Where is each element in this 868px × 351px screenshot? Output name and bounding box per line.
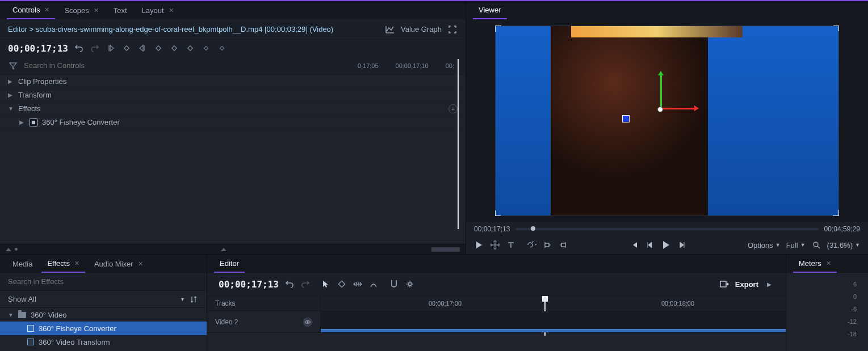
- controls-timecode[interactable]: 00;00;17;13: [8, 43, 68, 54]
- timeline-playhead[interactable]: [542, 296, 548, 302]
- tab-layout[interactable]: Layout✕: [136, 1, 179, 19]
- keyframe-next-icon[interactable]: [137, 43, 148, 53]
- tree-fisheye-converter[interactable]: ▶ 360° Fisheye Converter: [0, 116, 466, 129]
- keyframe-diamond-icon[interactable]: [121, 43, 132, 53]
- play-icon[interactable]: [474, 240, 484, 250]
- play-button[interactable]: [661, 240, 671, 250]
- scale-label: -18: [848, 331, 857, 337]
- rate-tool-icon[interactable]: [368, 279, 379, 289]
- sort-icon[interactable]: [188, 294, 199, 305]
- fx-category-label: 360° Video: [31, 311, 67, 319]
- redo-icon[interactable]: [90, 43, 100, 53]
- tab-audio-mixer[interactable]: Audio Mixer✕: [89, 255, 149, 273]
- close-icon[interactable]: ✕: [94, 7, 99, 14]
- controls-timecode-bar: 00;00;17;13: [0, 40, 466, 57]
- text-tool-icon[interactable]: [506, 240, 516, 250]
- video-clip[interactable]: [321, 329, 786, 332]
- add-effect-icon[interactable]: +: [448, 104, 458, 113]
- tab-scopes[interactable]: Scopes✕: [58, 1, 104, 19]
- quality-dropdown[interactable]: Full▼: [786, 241, 806, 249]
- selection-tool-icon[interactable]: [321, 279, 331, 289]
- gizmo-x-axis[interactable]: [660, 108, 694, 109]
- controls-search-input[interactable]: [24, 61, 352, 70]
- show-all-label: Show All: [8, 295, 36, 303]
- scrollbar-thumb[interactable]: [431, 247, 460, 252]
- ruler-tick: 00;: [446, 62, 454, 69]
- tab-meters[interactable]: Meters✕: [793, 255, 837, 273]
- tree-clip-properties[interactable]: ▶Clip Properties: [0, 75, 466, 88]
- fx-item-video-transform[interactable]: 360° Video Transform: [0, 335, 207, 349]
- mark-in-icon[interactable]: [542, 240, 552, 250]
- ruler-tick: 00;00;17;10: [396, 62, 429, 69]
- track-video-2[interactable]: Video 2: [207, 311, 786, 333]
- undo-icon[interactable]: [74, 43, 84, 53]
- close-icon[interactable]: ✕: [44, 6, 49, 14]
- chevron-right-icon[interactable]: ▶: [764, 279, 774, 289]
- keyframe-nav3-icon[interactable]: [185, 43, 195, 53]
- value-graph-link[interactable]: Value Graph: [401, 25, 442, 33]
- close-icon[interactable]: ✕: [74, 260, 79, 267]
- zoom-icon[interactable]: [811, 240, 821, 250]
- goto-start-icon[interactable]: [629, 240, 639, 250]
- filter-icon[interactable]: [8, 61, 18, 71]
- triangle-icon[interactable]: [221, 248, 227, 251]
- fx-item-fisheye-converter[interactable]: 360° Fisheye Converter: [0, 322, 207, 335]
- keyframe-nav-icon[interactable]: [153, 43, 163, 53]
- tree-transform[interactable]: ▶Transform: [0, 88, 466, 102]
- show-all-row[interactable]: Show All ▼: [0, 291, 207, 308]
- svg-point-6: [814, 242, 818, 247]
- track-clip-area[interactable]: [321, 311, 786, 332]
- export-icon[interactable]: [719, 279, 729, 289]
- tab-controls[interactable]: Controls✕: [7, 1, 55, 19]
- tab-audio-mixer-label: Audio Mixer: [94, 260, 133, 268]
- gizmo-y-axis[interactable]: [660, 75, 662, 109]
- expand-icon[interactable]: [447, 24, 458, 35]
- effect-enabled-icon[interactable]: [30, 119, 37, 126]
- editor-timecode[interactable]: 00;00;17;13: [219, 279, 279, 290]
- options-dropdown[interactable]: Options▼: [748, 241, 781, 249]
- tab-media[interactable]: Media: [7, 255, 38, 273]
- mark-out-icon[interactable]: [558, 240, 568, 250]
- keyframe-small2-icon[interactable]: [217, 43, 227, 53]
- loop-icon[interactable]: [526, 240, 536, 250]
- scrub-head[interactable]: [531, 226, 535, 231]
- gizmo-center[interactable]: [657, 107, 663, 112]
- value-graph-icon[interactable]: [385, 24, 395, 35]
- keyframe-small-icon[interactable]: [201, 43, 211, 53]
- step-back-icon[interactable]: [645, 240, 655, 250]
- fx-category-360-video[interactable]: ▼ 360° Video: [0, 308, 207, 322]
- tree-effects[interactable]: ▼Effects+: [0, 102, 466, 116]
- viewer-timecode-current[interactable]: 00;00;17;13: [474, 225, 510, 233]
- breadcrumb[interactable]: Editor > scuba-divers-swimming-along-edg…: [8, 25, 333, 33]
- playhead-line[interactable]: [458, 59, 459, 229]
- keyframe-prev-icon[interactable]: [106, 43, 116, 53]
- keyframe-nav2-icon[interactable]: [169, 43, 179, 53]
- tab-effects[interactable]: Effects✕: [41, 255, 85, 273]
- step-forward-icon[interactable]: [677, 240, 687, 250]
- effects-search-input[interactable]: [8, 277, 199, 286]
- redo-icon[interactable]: [300, 279, 311, 289]
- controls-panel: Controls✕ Scopes✕ Text Layout✕ Editor > …: [0, 1, 466, 254]
- zoom-dropdown[interactable]: (31.6%)▼: [827, 241, 860, 249]
- close-icon[interactable]: ✕: [826, 260, 831, 267]
- snap-icon[interactable]: [389, 279, 399, 289]
- controls-mini-ruler[interactable]: 0;17;05 00;00;17;10 00;: [358, 62, 458, 69]
- export-button[interactable]: Export: [735, 280, 758, 289]
- visibility-icon[interactable]: [303, 318, 312, 327]
- viewport[interactable]: [495, 26, 839, 216]
- viewer-scrub-track[interactable]: [515, 228, 818, 230]
- settings-icon[interactable]: [405, 279, 415, 289]
- viewer-body[interactable]: [466, 19, 868, 222]
- triangle-icon[interactable]: [6, 248, 11, 251]
- timeline-ruler[interactable]: 00;00;17;00 00;00;18;00: [321, 296, 786, 311]
- slice-tool-icon[interactable]: [337, 279, 347, 289]
- close-icon[interactable]: ✕: [138, 260, 143, 268]
- pan-icon[interactable]: [490, 240, 500, 250]
- slip-tool-icon[interactable]: [353, 279, 363, 289]
- tab-editor[interactable]: Editor: [214, 255, 245, 273]
- close-icon[interactable]: ✕: [169, 7, 174, 14]
- tab-viewer[interactable]: Viewer: [473, 1, 507, 19]
- gizmo-z-handle[interactable]: [622, 115, 630, 122]
- tab-text[interactable]: Text: [108, 1, 133, 19]
- undo-icon[interactable]: [284, 279, 295, 289]
